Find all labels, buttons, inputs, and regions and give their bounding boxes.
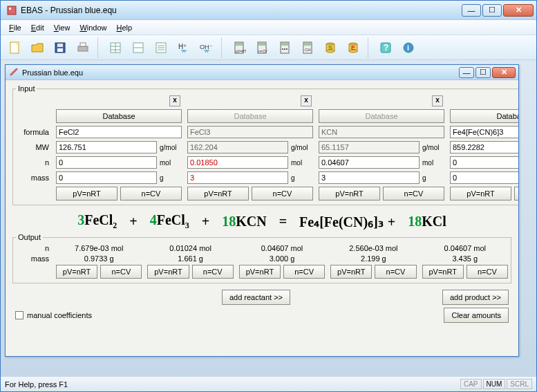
ncv-button-out-4[interactable]: n=CV: [375, 265, 416, 279]
n-input-1[interactable]: [56, 156, 157, 169]
child-app-icon: [10, 68, 19, 77]
child-maximize-button[interactable]: ☐: [475, 67, 491, 78]
minimize-button[interactable]: —: [462, 4, 481, 17]
main-titlebar[interactable]: EBAS - Prussian blue.equ — ☐ ✕: [1, 1, 536, 20]
new-icon[interactable]: [5, 38, 24, 57]
menu-edit[interactable]: Edit: [27, 22, 48, 33]
save-icon[interactable]: [50, 38, 70, 57]
database-button-2[interactable]: Database: [187, 109, 313, 123]
svg-rect-4: [57, 44, 63, 47]
ncv-button-out-5[interactable]: n=CV: [467, 265, 508, 279]
unit-gmol: g/mol: [291, 144, 313, 151]
formula-input-2[interactable]: [187, 126, 313, 138]
child-minimize-button[interactable]: —: [459, 67, 474, 78]
remove-col-3[interactable]: x: [432, 95, 443, 106]
mw-input-2[interactable]: [187, 141, 288, 153]
pvnrt-button-out-5[interactable]: pV=nRT: [422, 265, 464, 279]
list-icon[interactable]: [151, 38, 171, 57]
eq-formula-1: FeCl: [84, 212, 113, 227]
out-mass-4: 2.199 g: [330, 254, 416, 263]
formula-input-4[interactable]: [450, 126, 518, 138]
database-button-3[interactable]: Database: [319, 109, 444, 123]
svg-text:n=CV: n=CV: [258, 49, 267, 53]
eq-formula-2: FeCl: [157, 212, 185, 227]
mw-input-4[interactable]: [450, 141, 518, 153]
open-icon[interactable]: [28, 38, 47, 57]
ohminus-icon[interactable]: OH⁻: [197, 38, 216, 57]
help-q-icon[interactable]: ?: [376, 38, 395, 57]
ncv-button-in-1[interactable]: n=CV: [120, 187, 182, 200]
unit-mol: mol: [291, 159, 313, 167]
eq-coef-1: 3: [77, 212, 84, 227]
calc1-icon[interactable]: pV=RT: [229, 38, 249, 57]
svg-text:H⁺: H⁺: [178, 43, 187, 50]
menu-view[interactable]: View: [50, 22, 75, 33]
n-input-3[interactable]: [319, 156, 420, 169]
svg-text:?: ?: [384, 43, 388, 53]
pvnrt-button-out-3[interactable]: pV=nRT: [239, 265, 281, 279]
eq-plus: +: [388, 214, 395, 230]
mw-input-1[interactable]: [56, 141, 157, 153]
out-n-2: 0.01024 mol: [147, 244, 233, 252]
svg-rect-7: [80, 43, 86, 46]
remove-col-2[interactable]: x: [301, 95, 312, 106]
checkbox-box[interactable]: [15, 311, 23, 319]
table1-icon[interactable]: [106, 38, 125, 57]
ncv-button-in-4[interactable]: n=CV: [514, 187, 518, 200]
mass-input-1[interactable]: [56, 171, 157, 184]
output-group: Output n 7.679e-03 mol 0.01024 mol 0.046…: [12, 233, 511, 283]
formula-input-3[interactable]: [319, 126, 444, 138]
child-close-button[interactable]: ✕: [492, 67, 516, 78]
menu-help[interactable]: Help: [113, 22, 137, 33]
database-button-1[interactable]: Database: [56, 109, 182, 123]
pvnrt-button-out-4[interactable]: pV=nRT: [330, 265, 372, 279]
info-icon[interactable]: i: [399, 38, 418, 57]
database-button-4[interactable]: Database: [450, 109, 518, 123]
child-titlebar[interactable]: Prussian blue.equ — ☐ ✕: [6, 65, 518, 80]
calc4-icon[interactable]: CH: [298, 38, 317, 57]
mass-input-4[interactable]: [450, 171, 518, 184]
menu-window[interactable]: Window: [75, 22, 111, 33]
maximize-button[interactable]: ☐: [482, 4, 502, 17]
n-input-4[interactable]: [450, 156, 518, 169]
add-reactant-button[interactable]: add reactant >>: [222, 290, 290, 305]
unit-mol: mol: [160, 159, 182, 167]
calc2-icon[interactable]: n=CV: [252, 38, 272, 57]
pvnrt-button-in-2[interactable]: pV=nRT: [187, 187, 249, 200]
pvnrt-button-out-1[interactable]: pV=nRT: [56, 265, 97, 279]
statusbar: For Help, press F1 CAP NUM SCRL: [1, 376, 536, 391]
svg-text:pV=RT: pV=RT: [236, 49, 246, 53]
close-button[interactable]: ✕: [503, 4, 534, 17]
ncv-button-in-2[interactable]: n=CV: [252, 187, 313, 200]
mw-input-3[interactable]: [319, 141, 420, 153]
hplus-icon[interactable]: H⁺: [174, 38, 194, 57]
svg-rect-5: [57, 48, 63, 52]
mass-input-3[interactable]: [319, 171, 420, 184]
ncv-button-out-3[interactable]: n=CV: [283, 265, 325, 279]
ncv-button-out-2[interactable]: n=CV: [192, 265, 234, 279]
child-window: Prussian blue.equ — ☐ ✕ Input x x x x: [5, 64, 519, 357]
toolbar: H⁺ OH⁻ pV=RT n=CV CH S E ? i: [1, 35, 536, 60]
menu-file[interactable]: File: [5, 22, 26, 33]
db-e-icon[interactable]: E: [343, 38, 363, 57]
child-title: Prussian blue.equ: [22, 68, 459, 77]
manual-coefficients-checkbox[interactable]: manual coefficients: [15, 311, 92, 319]
n-input-2[interactable]: [187, 156, 288, 169]
db-s-icon[interactable]: S: [321, 38, 340, 57]
table2-icon[interactable]: [129, 38, 148, 57]
pvnrt-button-in-3[interactable]: pV=nRT: [319, 187, 380, 200]
calc3-icon[interactable]: [275, 38, 294, 57]
ncv-button-out-1[interactable]: n=CV: [100, 265, 142, 279]
ncv-button-in-3[interactable]: n=CV: [383, 187, 444, 200]
print-icon[interactable]: [73, 38, 93, 57]
pvnrt-button-out-2[interactable]: pV=nRT: [147, 265, 189, 279]
mass-input-2[interactable]: [187, 171, 288, 184]
pvnrt-button-in-1[interactable]: pV=nRT: [56, 187, 117, 200]
out-n-5: 0.04607 mol: [422, 244, 508, 252]
svg-point-29: [284, 48, 285, 50]
clear-amounts-button[interactable]: Clear amounts: [444, 308, 509, 323]
remove-col-1[interactable]: x: [169, 95, 180, 106]
pvnrt-button-in-4[interactable]: pV=nRT: [450, 187, 511, 200]
formula-input-1[interactable]: [56, 126, 182, 138]
add-product-button[interactable]: add product >>: [442, 290, 509, 305]
